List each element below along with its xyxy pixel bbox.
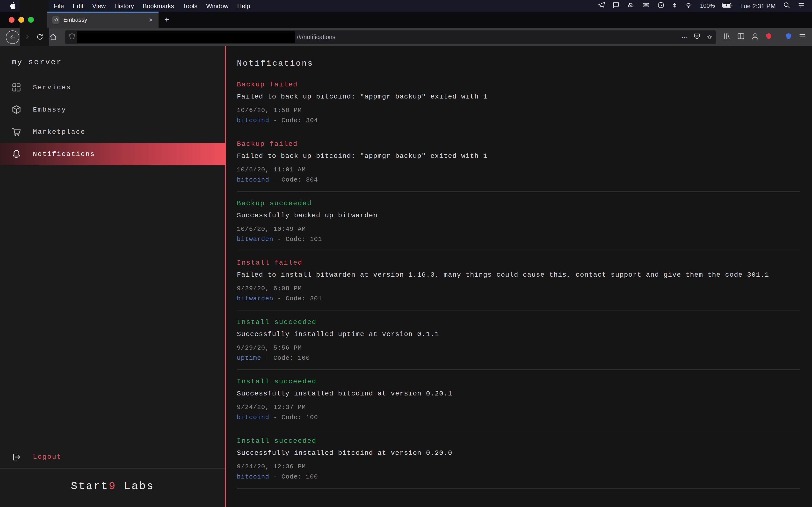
sidebar-item-services[interactable]: Services: [0, 76, 225, 99]
sidebar-item-label: Services: [33, 83, 71, 91]
sidebar-nav: Services Embassy Marketplace Notificatio…: [0, 76, 225, 165]
notification-message: Successfully installed bitcoind at versi…: [237, 449, 800, 457]
bookmark-star-icon[interactable]: ☆: [706, 33, 712, 41]
battery-icon[interactable]: [722, 2, 733, 9]
tab-favicon: s9: [52, 16, 59, 23]
forward-button[interactable]: [19, 30, 33, 44]
reload-button[interactable]: [33, 30, 46, 44]
notification-title: Backup failed: [237, 80, 800, 89]
grid-icon: [12, 82, 22, 93]
notification-code: - Code: 304: [269, 117, 318, 124]
embassy-app: my server Services Embassy Marketplace: [0, 46, 812, 507]
menubar-item-history[interactable]: History: [110, 2, 138, 9]
menubar-item-tools[interactable]: Tools: [179, 2, 202, 9]
hamburger-menu-icon[interactable]: [799, 33, 806, 41]
notification-code: - Code: 100: [269, 473, 318, 481]
notification-message: Failed to back up bitcoind: "appmgr back…: [237, 93, 800, 101]
battery-percent: 100%: [700, 2, 715, 9]
logo-nine: 9: [109, 481, 116, 493]
sidebar-toggle-icon[interactable]: [737, 32, 745, 42]
redacted-url: [77, 31, 295, 43]
notification-message: Successfully installed bitcoind at versi…: [237, 390, 800, 397]
sidebar-item-label: Embassy: [33, 106, 66, 113]
notification-message: Successfully installed uptime at version…: [237, 330, 800, 338]
notification-timestamp: 9/29/20, 6:08 PM: [237, 285, 800, 292]
back-button[interactable]: [6, 30, 19, 44]
binoculars-icon[interactable]: [627, 1, 635, 10]
notification-timestamp: 9/29/20, 5:56 PM: [237, 344, 800, 351]
logout-button[interactable]: Logout: [0, 445, 225, 469]
sidebar-item-marketplace[interactable]: Marketplace: [0, 121, 225, 143]
control-center-icon[interactable]: [798, 2, 805, 10]
url-bar[interactable]: /#/notifications ⋯ ☆: [65, 30, 716, 44]
page-actions-icon[interactable]: ⋯: [681, 33, 688, 41]
extension-icon-blue-shield[interactable]: [785, 32, 792, 42]
notification-item: Backup succeeded Successfully backed up …: [237, 192, 800, 251]
sidebar-item-embassy[interactable]: Embassy: [0, 99, 225, 121]
sidebar-item-label: Notifications: [33, 150, 95, 158]
clock-icon[interactable]: [658, 1, 665, 10]
tracking-protection-shield-icon[interactable]: [69, 33, 75, 41]
menubar-item-help[interactable]: Help: [233, 2, 255, 9]
chat-icon[interactable]: [613, 1, 620, 10]
menubar-item-window[interactable]: Window: [202, 2, 233, 9]
library-icon[interactable]: [723, 32, 731, 42]
notification-title: Install succeeded: [237, 378, 800, 385]
service-link[interactable]: bitcoind: [237, 117, 269, 124]
menubar-item-view[interactable]: View: [88, 2, 110, 9]
notification-code: - Code: 100: [261, 354, 310, 362]
macos-menubar: Firefox File Edit View History Bookmarks…: [0, 0, 812, 12]
service-link[interactable]: bitcoind: [237, 414, 269, 421]
start9-labs-logo: Start9 Labs: [0, 469, 225, 507]
bluetooth-icon[interactable]: [672, 2, 677, 10]
menubar-item-file[interactable]: File: [50, 2, 68, 9]
home-button[interactable]: [46, 30, 60, 44]
notification-message: Failed to install bitwarden at version 1…: [237, 271, 800, 279]
service-link[interactable]: uptime: [237, 354, 261, 362]
sidebar-item-label: Marketplace: [33, 128, 86, 136]
service-link[interactable]: bitwarden: [237, 236, 273, 243]
notification-code: - Code: 304: [269, 176, 318, 183]
notification-item: Backup failed Failed to back up bitcoind…: [237, 132, 800, 192]
new-tab-button[interactable]: +: [164, 15, 169, 24]
account-icon[interactable]: [751, 32, 759, 42]
service-link[interactable]: bitcoind: [237, 176, 269, 183]
cart-icon: [12, 126, 22, 137]
menubar-item-bookmarks[interactable]: Bookmarks: [138, 2, 179, 9]
pocket-icon[interactable]: [694, 33, 701, 41]
server-name: my server: [0, 46, 225, 72]
window-minimize-button[interactable]: [18, 17, 24, 23]
wifi-icon[interactable]: [684, 2, 693, 10]
browser-tab-embassy[interactable]: s9 Embassy ×: [47, 12, 158, 28]
menubar-item-edit[interactable]: Edit: [68, 2, 88, 9]
sidebar-item-notifications[interactable]: Notifications: [0, 143, 225, 165]
window-close-button[interactable]: [9, 17, 14, 23]
apple-icon[interactable]: [7, 2, 20, 10]
telegram-icon[interactable]: [598, 1, 605, 10]
window-zoom-button[interactable]: [28, 17, 34, 23]
notification-title: Install succeeded: [237, 318, 800, 326]
browser-tab-bar: s9 Embassy × +: [0, 12, 812, 28]
tab-title: Embassy: [63, 16, 144, 23]
notification-title: Install succeeded: [237, 437, 800, 445]
notification-code: - Code: 301: [273, 295, 322, 302]
service-link[interactable]: bitcoind: [237, 473, 269, 481]
notification-timestamp: 9/24/20, 12:36 PM: [237, 463, 800, 470]
notification-code: - Code: 101: [273, 236, 322, 243]
spotlight-icon[interactable]: [783, 1, 790, 10]
notification-title: Backup failed: [237, 140, 800, 148]
notification-title: Install failed: [237, 259, 800, 267]
service-link[interactable]: bitwarden: [237, 295, 273, 302]
notification-timestamp: 10/6/20, 10:49 AM: [237, 225, 800, 233]
sidebar: my server Services Embassy Marketplace: [0, 46, 226, 507]
page-title: Notifications: [237, 59, 800, 68]
extension-icon-red-shield[interactable]: [765, 32, 772, 42]
notification-title: Backup succeeded: [237, 200, 800, 207]
notification-timestamp: 10/6/20, 11:01 AM: [237, 166, 800, 173]
notification-item: Backup failed Failed to back up bitcoind…: [237, 80, 800, 132]
keyboard-icon[interactable]: [642, 1, 650, 10]
tab-close-icon[interactable]: ×: [148, 16, 154, 24]
menubar-clock[interactable]: Tue 2:31 PM: [740, 2, 776, 9]
notification-item: Install failed Failed to install bitward…: [237, 251, 800, 311]
notification-item: Install succeeded Successfully installed…: [237, 311, 800, 370]
